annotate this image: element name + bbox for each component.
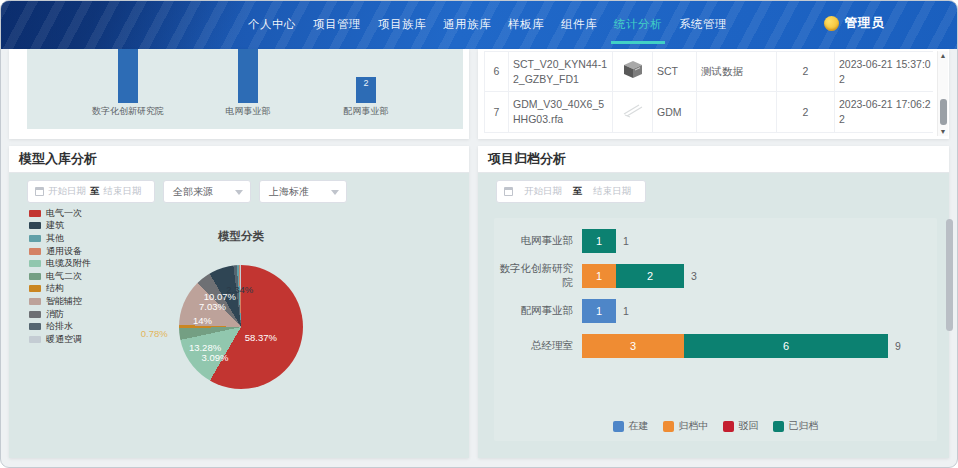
legend-item[interactable]: 结构 (29, 283, 91, 296)
cell-time: 2023-06-21 17:06:22 (835, 92, 934, 132)
legend-swatch (29, 323, 41, 330)
model-analysis-panel: 模型入库分析 开始日期 至 结束日期 全部来源 上海标准 模型分类 (9, 146, 469, 458)
nav-item-6[interactable]: 组件库 (558, 15, 600, 44)
legend-swatch (29, 222, 41, 229)
model-analysis-body: 开始日期 至 结束日期 全部来源 上海标准 模型分类 电气一次建筑其他通用设备电… (9, 173, 469, 458)
scrollbar-thumb[interactable] (940, 99, 947, 125)
dept-bar[interactable]: 2 (356, 77, 376, 103)
legend-swatch (773, 421, 784, 432)
legend-label: 在建 (629, 419, 649, 433)
user-menu[interactable]: 管理员 (824, 15, 886, 32)
legend-label: 电气一次 (46, 207, 82, 220)
cube-3d-icon (623, 68, 643, 80)
legend-swatch (613, 421, 624, 432)
legend-item[interactable]: 通用设备 (29, 245, 91, 258)
legend-item[interactable]: 驳回 (723, 419, 759, 433)
legend-label: 消防 (46, 308, 64, 321)
bar-total-label: 9 (895, 340, 901, 352)
dashboard-window: 个人中心项目管理项目族库通用族库样板库组件库统计分析系统管理 管理员 数字化创新… (0, 0, 958, 468)
legend-item[interactable]: 电气二次 (29, 270, 91, 283)
bar-segment-已归档[interactable]: 1 (582, 229, 616, 253)
stacked-bar[interactable]: 1 (582, 299, 616, 323)
cell-count: 2 (777, 92, 835, 132)
bar-segment-归档中[interactable]: 3 (582, 334, 684, 358)
date-range-picker[interactable]: 开始日期 至 结束日期 (496, 180, 646, 203)
axis-category-label: 数字化创新研究院 (68, 105, 188, 118)
table-row[interactable]: 7GDM_V30_40X6_5HHG03.rfaGDM22023-06-21 1… (485, 92, 934, 132)
legend-item[interactable]: 消防 (29, 308, 91, 321)
bar-value-label: 2 (356, 77, 376, 88)
bar-segment-已归档[interactable]: 6 (684, 334, 888, 358)
legend-item[interactable]: 暖通空调 (29, 333, 91, 346)
nav-item-2[interactable]: 项目管理 (310, 15, 364, 44)
archive-analysis-body: 开始日期 至 结束日期 在建归档中驳回已归档 电网事业部11数字化创新研究院12… (478, 173, 949, 458)
user-name: 管理员 (845, 15, 886, 32)
date-separator: 至 (90, 185, 100, 198)
nav-item-8[interactable]: 系统管理 (676, 15, 730, 44)
cell-index: 6 (485, 52, 509, 92)
bar-segment-归档中[interactable]: 1 (582, 264, 616, 288)
legend-swatch (29, 210, 41, 217)
stacked-bar[interactable]: 1 (582, 229, 616, 253)
archive-bar-row: 电网事业部11 (494, 229, 937, 253)
legend-label: 智能辅控 (46, 295, 82, 308)
dept-bar[interactable] (118, 49, 138, 103)
stacked-bar-chart[interactable]: 在建归档中驳回已归档 电网事业部11数字化创新研究院123配网事业部11总经理室… (494, 218, 937, 441)
model-table-wrap: 6SCT_V20_KYN44-12_GZBY_FD1SCT测试数据22023-0… (484, 51, 933, 135)
calendar-icon (504, 187, 513, 196)
nav-item-5[interactable]: 样板库 (505, 15, 547, 44)
stacked-bar[interactable]: 12 (582, 264, 684, 288)
bar-total-label: 3 (691, 270, 697, 282)
legend-swatch (29, 311, 41, 318)
legend-item[interactable]: 智能辅控 (29, 295, 91, 308)
pie-legend: 电气一次建筑其他通用设备电缆及附件电气二次结构智能辅控消防给排水暖通空调 (29, 207, 91, 346)
legend-swatch (29, 248, 41, 255)
scroll-down-icon[interactable]: ▼ (938, 128, 948, 135)
legend-item[interactable]: 建筑 (29, 220, 91, 233)
legend-item[interactable]: 其他 (29, 232, 91, 245)
calendar-icon (35, 187, 44, 196)
bar-segment-在建[interactable]: 1 (582, 299, 616, 323)
date-range-picker[interactable]: 开始日期 至 结束日期 (27, 180, 155, 203)
legend-swatch (29, 273, 41, 280)
legend-swatch (29, 260, 41, 267)
nav-item-1[interactable]: 个人中心 (245, 15, 299, 44)
bar-segment-已归档[interactable]: 2 (616, 264, 684, 288)
legend-item[interactable]: 电缆及附件 (29, 257, 91, 270)
legend-swatch (663, 421, 674, 432)
legend-label: 建筑 (46, 219, 64, 232)
legend-item[interactable]: 在建 (613, 419, 649, 433)
source-select[interactable]: 全部来源 (163, 180, 251, 203)
legend-item[interactable]: 电气一次 (29, 207, 91, 220)
legend-label: 电缆及附件 (46, 257, 91, 270)
cell-desc (697, 92, 777, 132)
pie-chart[interactable]: 58.37%13.28%3.09%0.78%14%7.03%10.07%2.34… (179, 265, 303, 389)
legend-swatch (29, 298, 41, 305)
legend-item[interactable]: 归档中 (663, 419, 709, 433)
scroll-up-icon[interactable]: ▲ (938, 52, 948, 59)
dept-bar-chart-card: 数字化创新研究院电网事业部2配网事业部 (9, 49, 469, 139)
legend-swatch (29, 336, 41, 343)
dept-bar-chart[interactable]: 数字化创新研究院电网事业部2配网事业部 (27, 49, 463, 129)
table-scrollbar[interactable]: ▲ ▼ (937, 51, 948, 136)
user-avatar-icon (824, 16, 839, 31)
date-end-placeholder: 结束日期 (586, 185, 638, 198)
archive-category-label: 电网事业部 (494, 234, 582, 248)
archive-bar-row: 配网事业部11 (494, 299, 937, 323)
nav-item-7[interactable]: 统计分析 (611, 15, 665, 44)
nav-item-3[interactable]: 项目族库 (375, 15, 429, 44)
cell-name: GDM_V30_40X6_5HHG03.rfa (509, 92, 613, 132)
cell-count: 2 (777, 52, 835, 92)
bar-total-label: 1 (623, 305, 629, 317)
table-row[interactable]: 6SCT_V20_KYN44-12_GZBY_FD1SCT测试数据22023-0… (485, 52, 934, 92)
nav-item-4[interactable]: 通用族库 (440, 15, 494, 44)
cell-preview (613, 92, 653, 132)
cell-time: 2023-06-21 15:37:02 (835, 52, 934, 92)
legend-item[interactable]: 已归档 (773, 419, 819, 433)
legend-item[interactable]: 给排水 (29, 320, 91, 333)
archive-category-label: 总经理室 (494, 339, 582, 353)
page-scrollbar-thumb[interactable] (946, 219, 953, 331)
dept-bar[interactable] (238, 49, 258, 103)
standard-select[interactable]: 上海标准 (259, 180, 347, 203)
stacked-bar[interactable]: 36 (582, 334, 888, 358)
